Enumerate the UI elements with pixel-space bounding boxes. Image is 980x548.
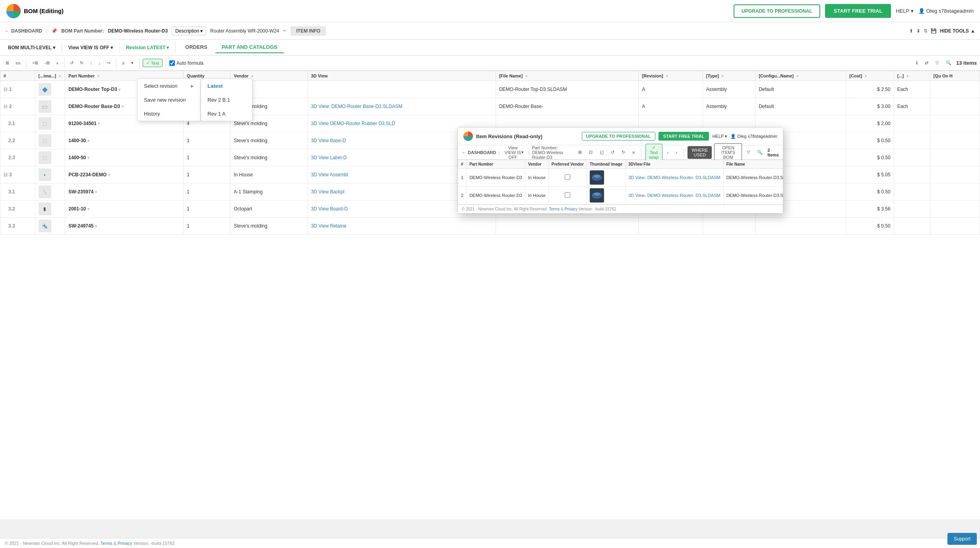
icon-col-btn-11[interactable]: ≡ [120, 60, 127, 67]
edit-icon[interactable]: ✏ [283, 28, 287, 33]
modal-thumbnail-1 [590, 170, 604, 185]
modal-text-wrap-btn[interactable]: ✓ Text wrap [645, 144, 662, 161]
icon-col-btn-2[interactable]: ≡≡ [13, 60, 23, 67]
icon-col-btn-6[interactable]: ↺ [68, 59, 76, 67]
view-dropdown[interactable]: View VIEW IS OFF ▾ [65, 43, 116, 52]
modal-tool-btn-4[interactable]: ↺ [608, 149, 617, 156]
modal-tool-btn-5[interactable]: ↻ [619, 149, 628, 156]
parts-tab[interactable]: PART AND CATALOGS [215, 42, 284, 53]
collapse-icon[interactable]: ⊟ [4, 87, 8, 92]
text-wrap-button[interactable]: ✓ Text [143, 59, 163, 67]
modal-open-bom-btn[interactable]: OPEN ITEM'S BOM [714, 143, 742, 162]
col-unit: [...] ▼ [894, 71, 930, 81]
info-icon-btn[interactable]: ℹ [914, 59, 920, 67]
import-icon[interactable]: ⬇ [916, 28, 920, 34]
bom-part-value: DEMO-Wireless Router-D3 [108, 28, 168, 34]
modal-view-dropdown[interactable]: View VIEW IS OFF ▾ [502, 145, 526, 160]
modal-tool-btn-3[interactable]: ◱ [597, 149, 606, 156]
modal-user: 👤 Oleg s78stageadmin [730, 134, 777, 139]
icon-col-btn-4[interactable]: -⊞ [42, 59, 52, 67]
view-link[interactable]: 3D View Assembl [311, 172, 348, 178]
view-link[interactable]: 3D View Board-D [311, 206, 348, 212]
toolbar-bar: BOM MULTI-LEVEL ▾ View VIEW IS OFF ▾ Rev… [0, 40, 980, 56]
view-link[interactable]: 3D View Label-D [311, 155, 347, 160]
icon-col-btn-1[interactable]: ⊞ [3, 59, 12, 67]
bom-multilevel-dropdown[interactable]: BOM MULTI-LEVEL ▾ [5, 43, 58, 52]
modal-search-btn[interactable]: 🔍 [755, 149, 765, 156]
item-revisions-modal: Item Revisions (Read-only) UPGRADE TO PR… [457, 127, 783, 214]
revision-rev1a[interactable]: Rev 1 A [201, 107, 252, 121]
dashboard-link[interactable]: ← DASHBOARD [5, 28, 42, 34]
collapse-icon[interactable]: ⊟ [4, 172, 8, 178]
history-item[interactable]: History [138, 107, 200, 121]
save-new-revision-item[interactable]: Save new revision [138, 93, 200, 107]
view-link[interactable]: 3D View Base-D [311, 138, 346, 143]
modal-tool-btn-2[interactable]: ⊡ [587, 149, 595, 156]
thumbnail: ◆ [39, 83, 51, 96]
col-type: [Type] ▼ [703, 71, 755, 81]
collapse-icon[interactable]: ⊟ [4, 104, 8, 109]
view-link[interactable]: 3D View DEMO-Router Rubber D3.SLD [311, 121, 395, 126]
revision-dropdown[interactable]: Revision LATEST ▾ [123, 43, 172, 52]
modal-privacy-link[interactable]: Privacy [564, 207, 577, 211]
view-link[interactable]: 3D View Retaine [311, 223, 347, 229]
icon-col-btn-12[interactable]: ▾ [129, 59, 136, 67]
modal-dashboard-link[interactable]: ← DASHBOARD [462, 150, 496, 155]
icon-col-btn-5[interactable]: × [54, 60, 61, 67]
modal-3dview-link-1[interactable]: 3D View- DEMO-Wireless Router- D3.SLDASM [628, 175, 720, 180]
search-btn[interactable]: 🔍 [943, 59, 954, 67]
help-button[interactable]: HELP ▾ [896, 8, 913, 14]
icon-col-btn-8[interactable]: ↑ [87, 60, 95, 67]
modal-tool-btn-6[interactable]: ≡ [630, 149, 637, 156]
modal-trial-btn[interactable]: START FREE TRIAL [658, 132, 709, 141]
modal-terms-link[interactable]: Terms [549, 207, 560, 211]
modal-header: Item Revisions (Read-only) UPGRADE TO PR… [458, 127, 783, 145]
modal-help-btn[interactable]: HELP ▾ [712, 134, 727, 139]
select-revision-item[interactable]: Select revision ▶ [138, 79, 200, 93]
refresh-btn[interactable]: ⇄ [922, 59, 931, 67]
icon-col-btn-7[interactable]: ↻ [77, 59, 86, 67]
col-cost: [Cost] ▼ [846, 71, 894, 81]
hide-tools-button[interactable]: HIDE TOOLS ▲ [940, 28, 975, 34]
trial-button[interactable]: START FREE TRIAL [825, 4, 891, 18]
view-link[interactable]: 3D View: DEMO-Router Base-D3.SLDASM [311, 104, 403, 109]
save-icon[interactable]: 💾 [931, 28, 937, 34]
modal-where-used-btn[interactable]: WHERE USED [688, 146, 712, 159]
thumbnail: ▪ [39, 168, 51, 181]
orders-tab[interactable]: ORDERS [179, 42, 214, 53]
col-revision: [Revision] ▼ [639, 71, 703, 81]
revision-submenu: Latest Rev 2 B.1 Rev 1 A [201, 79, 252, 121]
col-filename: [File Name] ▼ [496, 71, 639, 81]
app-logo [6, 4, 21, 18]
modal-nav-btn-1[interactable]: ‹ [665, 149, 671, 156]
modal-filter-btn[interactable]: ▽ [744, 149, 752, 156]
description-dropdown[interactable]: Description ▾ [172, 27, 206, 35]
modal-3dview-link-2[interactable]: 3D View- DEMO-Wireless Router- D3.SLDASM [628, 193, 720, 198]
app-title: BOM (Editing) [24, 8, 64, 14]
modal-items-count: 2 Items [767, 148, 779, 157]
part-number-cell: 1400-30 ▾ [65, 132, 184, 149]
upgrade-button[interactable]: UPGRADE TO PROFESSIONAL [734, 4, 820, 18]
filter-btn[interactable]: ▽ [933, 59, 941, 67]
auto-formula-checkbox[interactable]: Auto formula [169, 60, 203, 66]
icon-col-btn-10[interactable]: ↪ [105, 59, 113, 67]
thumbnail: ╲ [39, 185, 51, 198]
icon-col-btn-9[interactable]: ↓ [96, 60, 103, 67]
modal-tool-btn-1[interactable]: ⊞ [576, 149, 584, 156]
pin-icon: 📌 [51, 28, 57, 34]
revision-latest[interactable]: Latest [201, 79, 252, 93]
modal-part-number: Part Number: DEMO-Wireless Router-D3 [532, 145, 571, 160]
col-config: [Configu...Name] ▼ [755, 71, 846, 81]
share-icon[interactable]: ⇅ [924, 28, 928, 34]
modal-upgrade-btn[interactable]: UPGRADE TO PROFESSIONAL [582, 132, 655, 141]
part-number-cell: 2001-10 ▾ [65, 201, 184, 218]
revision-rev2b1[interactable]: Rev 2 B.1 [201, 93, 252, 107]
col-qoh: [Qu On H [930, 71, 980, 81]
modal-table: # Part Number Vendor Preferred Vendor Th… [458, 160, 783, 205]
modal-nav-btn-2[interactable]: › [673, 149, 680, 156]
part-number-cell: SW-235974 ▾ [65, 183, 184, 201]
item-info-button[interactable]: ITEM INFO [291, 26, 326, 36]
export-icon[interactable]: ⬆ [909, 28, 913, 34]
icon-col-btn-3[interactable]: +⊞ [30, 59, 41, 67]
view-link[interactable]: 3D View Backpl [311, 189, 345, 195]
